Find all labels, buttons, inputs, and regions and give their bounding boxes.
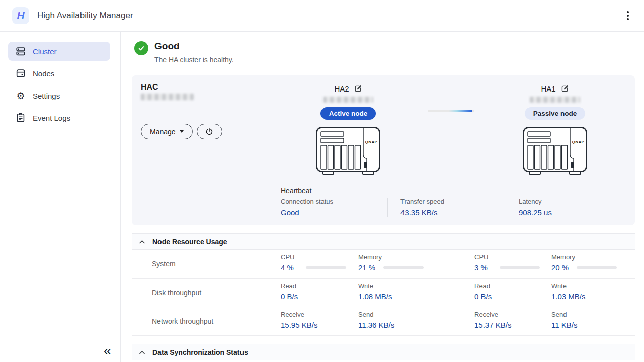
metric-progressbar (500, 266, 540, 269)
metric-cell: Write 1.03 MB/s (551, 282, 586, 301)
manage-button-label: Manage (150, 128, 176, 136)
metric-label: Read (281, 282, 303, 290)
metric-cell: Send 11.36 KB/s (358, 311, 394, 329)
metric-label: Send (358, 311, 394, 318)
metric-progressbar (577, 266, 617, 269)
node-passive: HA1 Passive node (505, 84, 605, 176)
svg-text:QNAP: QNAP (572, 140, 585, 144)
metric-progressbar (383, 266, 424, 269)
metric-cell: Write 1.08 MB/s (358, 282, 392, 301)
card-divider (268, 83, 268, 218)
sidebar-item-event-logs[interactable]: Event Logs (8, 108, 110, 127)
sidebar-item-label: Event Logs (33, 114, 70, 122)
stat-value: 43.35 KB/s (400, 208, 444, 217)
section-header-data-sync-status: Data Synchronization Status (132, 344, 635, 360)
cluster-ip-redacted (141, 94, 194, 100)
metric-label: Memory (551, 253, 617, 261)
metric-label: Memory (358, 253, 424, 261)
metric-label: Read (474, 282, 497, 290)
metric-cell: Receive 15.95 KB/s (281, 311, 317, 329)
more-options-icon[interactable] (624, 8, 632, 23)
metric-cell: CPU 4 % (281, 253, 346, 272)
metric-label: CPU (281, 253, 346, 261)
node-ip-redacted (530, 97, 580, 103)
top-bar: H High Availability Manager (0, 0, 644, 32)
node-active: HA2 Active node (298, 84, 398, 176)
metric-cell: Memory 21 % (358, 253, 424, 272)
row-label: System (152, 260, 176, 268)
gear-icon: ⚙ (15, 91, 26, 101)
metric-progressbar (306, 266, 346, 269)
metric-cell: CPU 3 % (474, 253, 540, 272)
metric-cell: Receive 15.37 KB/s (474, 311, 511, 329)
node-role-badge: Active node (320, 107, 376, 120)
metric-label: Receive (281, 311, 317, 318)
metric-label: Write (358, 282, 392, 290)
sidebar: Cluster Nodes ⚙ Settings Event Logs « (0, 32, 121, 362)
stat-value: 908.25 us (519, 208, 552, 217)
sync-direction-indicator (428, 110, 474, 112)
metric-value: 3 % (474, 263, 497, 272)
edit-node-name-icon[interactable] (354, 84, 362, 93)
metric-label: Receive (474, 311, 511, 318)
power-button[interactable] (197, 124, 222, 139)
metric-value: 15.95 KB/s (281, 321, 317, 329)
metric-value: 11.36 KB/s (358, 321, 394, 329)
collapse-section-icon[interactable] (139, 350, 145, 355)
metric-cell: Memory 20 % (551, 253, 617, 272)
app-title: High Availability Manager (37, 11, 133, 21)
heartbeat-connection-status: Connection status Good (281, 198, 333, 217)
resource-row: Disk throughput Read 0 B/s Write 1.08 MB… (132, 279, 635, 307)
sidebar-item-label: Cluster (33, 47, 57, 56)
metric-label: CPU (474, 253, 540, 261)
app-logo-icon: H (12, 7, 29, 24)
nas-device-illustration: QNAP (315, 126, 381, 176)
resource-rows: System CPU 4 % Memory 21 % CPU 3 % Memor… (132, 250, 635, 336)
metric-value: 4 % (281, 263, 303, 272)
metric-label: Write (551, 282, 586, 290)
edit-node-name-icon[interactable] (560, 84, 569, 93)
manage-button[interactable]: Manage (141, 124, 193, 139)
stat-value: Good (281, 208, 333, 217)
cluster-health-subtitle: The HA cluster is healthy. (154, 56, 234, 64)
row-label: Disk throughput (152, 289, 201, 297)
collapse-sidebar-button[interactable]: « (104, 344, 111, 358)
stat-label: Transfer speed (400, 198, 444, 205)
app-window: H High Availability Manager Cluster Node… (0, 0, 644, 362)
nas-device-illustration: QNAP (522, 126, 588, 176)
metric-label: Send (551, 311, 577, 318)
sidebar-item-nodes[interactable]: Nodes (8, 64, 110, 83)
health-check-icon (134, 41, 148, 55)
main-content: Good The HA cluster is healthy. HAC Mana… (121, 32, 644, 362)
sidebar-item-label: Settings (33, 92, 60, 100)
cluster-name: HAC (141, 83, 158, 92)
metric-cell: Read 0 B/s (281, 282, 303, 301)
metric-cell: Send 11 KB/s (551, 311, 577, 329)
power-icon (205, 127, 214, 136)
server-stack-icon (15, 46, 26, 57)
metric-value: 0 B/s (281, 292, 303, 301)
metric-value: 1.08 MB/s (358, 292, 392, 301)
section-header-node-resource-usage: Node Resource Usage (132, 233, 635, 250)
sidebar-item-settings[interactable]: ⚙ Settings (8, 86, 110, 105)
node-role-badge: Passive node (525, 107, 585, 120)
resource-row: Network throughput Receive 15.95 KB/s Se… (132, 307, 635, 336)
section-title: Data Synchronization Status (152, 348, 248, 356)
metric-value: 0 B/s (474, 292, 497, 301)
heartbeat-transfer-speed: Transfer speed 43.35 KB/s (387, 198, 444, 217)
metric-value: 11 KB/s (551, 321, 577, 329)
node-name: HA2 (334, 84, 349, 93)
cluster-health-title: Good (154, 41, 180, 52)
nas-icon (15, 68, 26, 79)
metric-value: 15.37 KB/s (474, 321, 511, 329)
row-label: Network throughput (152, 317, 213, 325)
chevron-down-icon (180, 130, 184, 133)
collapse-section-icon[interactable] (139, 239, 145, 244)
metric-value: 1.03 MB/s (551, 292, 586, 301)
clipboard-icon (15, 112, 26, 123)
metric-value: 20 % (551, 263, 574, 272)
svg-text:QNAP: QNAP (365, 140, 378, 144)
metric-cell: Read 0 B/s (474, 282, 497, 301)
sidebar-item-cluster[interactable]: Cluster (8, 42, 110, 61)
stat-label: Connection status (281, 198, 333, 205)
